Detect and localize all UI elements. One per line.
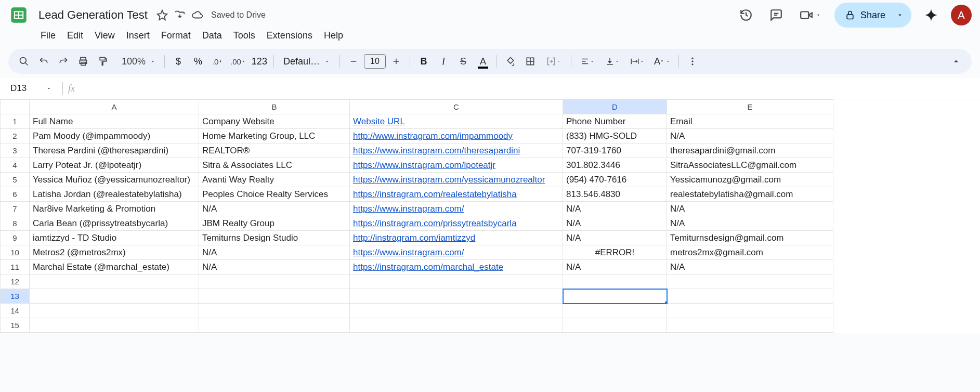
cell[interactable]: 301.802.3446 <box>563 158 667 173</box>
cell[interactable]: http://www.instragram.com/impammoody <box>350 129 563 143</box>
cell[interactable]: https://www.instragram.com/ <box>350 202 563 216</box>
col-header-B[interactable]: B <box>199 100 350 114</box>
cell[interactable] <box>30 289 199 304</box>
sheets-logo[interactable] <box>8 5 29 25</box>
cell[interactable]: Temiturns Design Studio <box>199 231 350 245</box>
row-header[interactable]: 6 <box>1 187 30 202</box>
italic-button[interactable]: I <box>434 52 453 71</box>
search-menus-icon[interactable] <box>15 52 33 71</box>
row-header[interactable]: 12 <box>1 275 30 289</box>
cell[interactable]: Nar8ive Marketing & Promotion <box>30 202 199 216</box>
row-header[interactable]: 3 <box>1 143 30 158</box>
wrap-button[interactable] <box>625 52 649 71</box>
row-header[interactable]: 13 <box>1 289 30 304</box>
cell[interactable]: http://instragram.com/iamtizzyd <box>350 231 563 245</box>
menu-edit[interactable]: Edit <box>62 28 88 43</box>
row-header[interactable]: 11 <box>1 260 30 275</box>
cell[interactable] <box>30 318 199 333</box>
cell[interactable]: https://www.instragram.com/theresapardin… <box>350 143 563 158</box>
cell[interactable]: Marchal Estate (@marchal_estate) <box>30 260 199 275</box>
cell[interactable] <box>667 318 833 333</box>
menu-data[interactable]: Data <box>197 28 227 43</box>
move-icon[interactable] <box>174 9 186 21</box>
cell[interactable] <box>667 304 833 318</box>
collapse-toolbar-icon[interactable] <box>947 52 965 71</box>
cell[interactable]: JBM Realty Group <box>199 216 350 231</box>
menu-file[interactable]: File <box>35 28 61 43</box>
menu-view[interactable]: View <box>89 28 120 43</box>
cell[interactable]: Home Marketing Group, LLC <box>199 129 350 143</box>
row-header[interactable]: 15 <box>1 318 30 333</box>
redo-icon[interactable] <box>54 52 73 71</box>
zoom-select[interactable]: 100% <box>113 52 160 71</box>
cell[interactable]: N/A <box>563 216 667 231</box>
cell[interactable]: Yessica Muñoz (@yessicamunozrealtor) <box>30 173 199 187</box>
row-header[interactable]: 1 <box>1 114 30 129</box>
cell[interactable]: (833) HMG-SOLD <box>563 129 667 143</box>
col-header-C[interactable]: C <box>350 100 563 114</box>
cell[interactable]: SitraAssociatesLLC@gmail.com <box>667 158 833 173</box>
cell[interactable] <box>667 289 833 304</box>
col-header-D[interactable]: D <box>563 100 667 114</box>
cell[interactable] <box>350 275 563 289</box>
cell[interactable] <box>350 289 563 304</box>
select-all-corner[interactable] <box>1 100 30 114</box>
cell[interactable]: theresapardini@gmail.com <box>667 143 833 158</box>
gemini-icon[interactable] <box>921 5 942 25</box>
cell[interactable]: Latisha Jordan (@realestatebylatisha) <box>30 187 199 202</box>
cell[interactable] <box>350 304 563 318</box>
bold-button[interactable]: B <box>414 52 433 71</box>
borders-button[interactable] <box>521 52 540 71</box>
row-header[interactable]: 9 <box>1 231 30 245</box>
currency-button[interactable]: $ <box>169 52 188 71</box>
cell[interactable] <box>199 304 350 318</box>
formula-bar[interactable] <box>75 82 980 95</box>
account-avatar[interactable]: A <box>951 5 972 25</box>
menu-help[interactable]: Help <box>319 28 348 43</box>
cell[interactable]: N/A <box>199 202 350 216</box>
cell[interactable] <box>30 275 199 289</box>
menu-format[interactable]: Format <box>156 28 196 43</box>
rotate-button[interactable]: A <box>650 52 674 71</box>
fill-color-button[interactable] <box>501 52 520 71</box>
text-color-button[interactable]: A <box>474 52 492 71</box>
share-button[interactable]: Share <box>834 3 911 28</box>
cell[interactable]: https://www.instragram.com/lpoteatjr <box>350 158 563 173</box>
cell[interactable]: Larry Poteat Jr. (@lpoteatjr) <box>30 158 199 173</box>
cell[interactable]: https://instragram.com/marchal_estate <box>350 260 563 275</box>
cell[interactable] <box>563 275 667 289</box>
row-header[interactable]: 2 <box>1 129 30 143</box>
menu-tools[interactable]: Tools <box>228 28 260 43</box>
cell[interactable]: #ERROR! <box>563 245 667 260</box>
cell[interactable]: Phone Number <box>563 114 667 129</box>
cell[interactable]: Email <box>667 114 833 129</box>
cell[interactable] <box>30 304 199 318</box>
row-header[interactable]: 14 <box>1 304 30 318</box>
cell[interactable]: Peoples Choice Realty Services <box>199 187 350 202</box>
cell[interactable] <box>563 289 667 304</box>
document-title[interactable]: Lead Generation Test <box>35 7 151 23</box>
menu-extensions[interactable]: Extensions <box>262 28 318 43</box>
valign-button[interactable] <box>600 52 624 71</box>
merge-button[interactable] <box>541 52 567 71</box>
increase-font-icon[interactable] <box>387 52 406 71</box>
cell[interactable]: N/A <box>563 202 667 216</box>
cloud-icon[interactable] <box>191 9 204 21</box>
name-box[interactable]: D13 <box>5 81 57 96</box>
decrease-font-icon[interactable] <box>344 52 363 71</box>
cell[interactable]: iamtizzyd - TD Studio <box>30 231 199 245</box>
row-header[interactable]: 8 <box>1 216 30 231</box>
cell[interactable]: https://instragram.com/prissytreatsbycar… <box>350 216 563 231</box>
menu-insert[interactable]: Insert <box>121 28 155 43</box>
cell[interactable]: https://www.instragram.com/ <box>350 245 563 260</box>
percent-button[interactable]: % <box>189 52 207 71</box>
paint-format-icon[interactable] <box>94 52 112 71</box>
cell[interactable]: Full Name <box>30 114 199 129</box>
cell[interactable]: N/A <box>199 260 350 275</box>
cell[interactable] <box>563 304 667 318</box>
cell[interactable]: https://instragram.com/realestatebylatis… <box>350 187 563 202</box>
cell[interactable]: Metros2 (@metros2mx) <box>30 245 199 260</box>
cell[interactable]: Avanti Way Realty <box>199 173 350 187</box>
undo-icon[interactable] <box>34 52 53 71</box>
cell[interactable]: N/A <box>667 260 833 275</box>
